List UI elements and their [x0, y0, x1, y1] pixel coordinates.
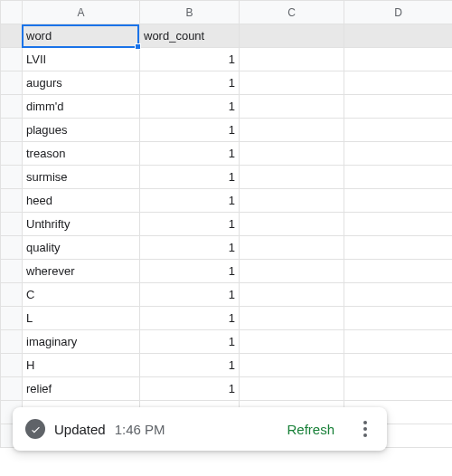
cell[interactable]: Unthrifty	[23, 213, 140, 236]
row-number[interactable]	[1, 71, 23, 95]
cell[interactable]: 1	[140, 71, 240, 95]
cell[interactable]: 1	[140, 213, 240, 236]
cell[interactable]	[240, 71, 344, 95]
column-header-c[interactable]: C	[240, 1, 344, 24]
cell[interactable]	[344, 189, 453, 213]
column-header-b[interactable]: B	[140, 1, 240, 24]
cell[interactable]	[240, 189, 344, 213]
row-number[interactable]	[1, 24, 23, 48]
row-number[interactable]	[1, 354, 23, 377]
table-row: heed1	[1, 189, 453, 213]
row-number[interactable]	[1, 307, 23, 330]
cell[interactable]: 1	[140, 236, 240, 260]
cell[interactable]: surmise	[23, 166, 140, 189]
cell[interactable]: treason	[23, 142, 140, 166]
table-row: wordword_count	[1, 24, 453, 48]
cell[interactable]	[240, 307, 344, 330]
column-header-d[interactable]: D	[344, 1, 453, 24]
cell[interactable]: heed	[23, 189, 140, 213]
row-number[interactable]	[1, 119, 23, 142]
refresh-button[interactable]: Refresh	[287, 422, 334, 437]
cell[interactable]: word_count	[140, 24, 240, 48]
cell[interactable]: LVII	[23, 48, 140, 71]
row-number[interactable]	[1, 95, 23, 119]
cell[interactable]	[240, 283, 344, 307]
row-number[interactable]	[1, 260, 23, 283]
cell[interactable]: dimm'd	[23, 95, 140, 119]
cell[interactable]: L	[23, 307, 140, 330]
cell[interactable]: C	[23, 283, 140, 307]
cell[interactable]	[240, 166, 344, 189]
cell[interactable]	[344, 354, 453, 377]
row-number[interactable]	[1, 330, 23, 354]
cell[interactable]	[240, 330, 344, 354]
table-row: imaginary1	[1, 330, 453, 354]
cell[interactable]: 1	[140, 260, 240, 283]
cell[interactable]	[240, 260, 344, 283]
cell[interactable]: 1	[140, 166, 240, 189]
cell[interactable]: 1	[140, 142, 240, 166]
cell[interactable]	[240, 213, 344, 236]
cell[interactable]: quality	[23, 236, 140, 260]
column-header-row: A B C D	[1, 1, 453, 24]
cell[interactable]	[344, 213, 453, 236]
cell[interactable]: 1	[140, 354, 240, 377]
cell[interactable]	[344, 95, 453, 119]
cell[interactable]	[344, 24, 453, 48]
cell[interactable]	[240, 24, 344, 48]
row-number[interactable]	[1, 48, 23, 71]
cell[interactable]: 1	[140, 307, 240, 330]
column-header-a[interactable]: A	[23, 1, 140, 24]
table-row: L1	[1, 307, 453, 330]
cell[interactable]: 1	[140, 95, 240, 119]
cell[interactable]	[344, 236, 453, 260]
cell[interactable]	[240, 377, 344, 401]
row-number[interactable]	[1, 189, 23, 213]
cell[interactable]: 1	[140, 48, 240, 71]
cell[interactable]: 1	[140, 330, 240, 354]
row-number[interactable]	[1, 213, 23, 236]
cell[interactable]	[344, 260, 453, 283]
cell[interactable]: imaginary	[23, 330, 140, 354]
spreadsheet-grid[interactable]: A B C D wordword_countLVII1augurs1dimm'd…	[0, 0, 452, 448]
table-row: Unthrifty1	[1, 213, 453, 236]
cell[interactable]	[240, 48, 344, 71]
cell[interactable]: plagues	[23, 119, 140, 142]
row-number[interactable]	[1, 283, 23, 307]
cell[interactable]: 1	[140, 377, 240, 401]
table-row: dimm'd1	[1, 95, 453, 119]
cell[interactable]: 1	[140, 189, 240, 213]
row-number[interactable]	[1, 377, 23, 401]
row-number[interactable]	[1, 142, 23, 166]
cell[interactable]	[344, 48, 453, 71]
cell[interactable]: wherever	[23, 260, 140, 283]
cell[interactable]	[240, 354, 344, 377]
cell[interactable]	[240, 142, 344, 166]
cell[interactable]: relief	[23, 377, 140, 401]
cell[interactable]	[240, 236, 344, 260]
row-number[interactable]	[1, 166, 23, 189]
corner-cell[interactable]	[1, 1, 23, 24]
cell[interactable]	[344, 307, 453, 330]
cell[interactable]: H	[23, 354, 140, 377]
cell[interactable]	[344, 283, 453, 307]
cell[interactable]	[344, 142, 453, 166]
more-options-button[interactable]	[356, 421, 374, 437]
cell[interactable]	[344, 166, 453, 189]
cell[interactable]: augurs	[23, 71, 140, 95]
table-row: C1	[1, 283, 453, 307]
cell[interactable]: word	[23, 24, 140, 48]
cell[interactable]	[344, 377, 453, 401]
row-number[interactable]	[1, 236, 23, 260]
table-row: H1	[1, 354, 453, 377]
table-row: quality1	[1, 236, 453, 260]
cell[interactable]	[240, 119, 344, 142]
cell[interactable]	[240, 95, 344, 119]
cell[interactable]: 1	[140, 119, 240, 142]
cell[interactable]: 1	[140, 283, 240, 307]
table-row: treason1	[1, 142, 453, 166]
cell[interactable]	[344, 119, 453, 142]
table-row: wherever1	[1, 260, 453, 283]
cell[interactable]	[344, 71, 453, 95]
cell[interactable]	[344, 330, 453, 354]
